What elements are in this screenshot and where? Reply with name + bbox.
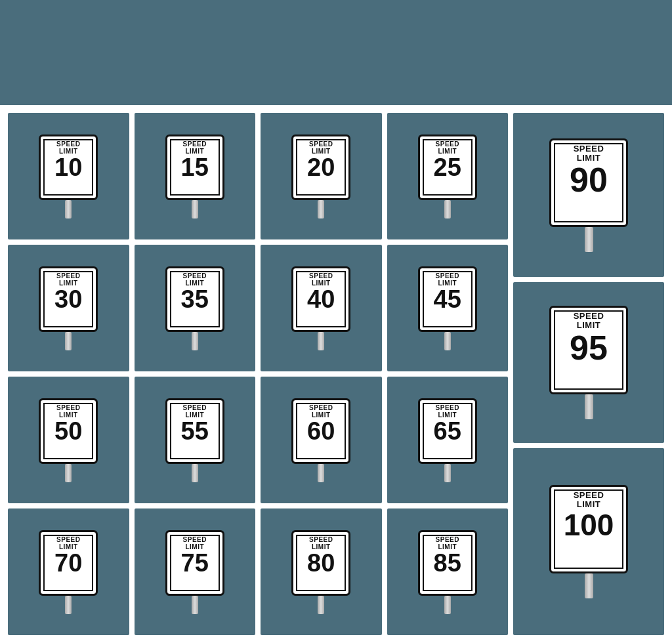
sign-post-75	[192, 596, 198, 614]
sign-label-80: SPEEDLIMIT	[309, 536, 333, 550]
sign-number-35: 35	[181, 287, 209, 312]
sign-label-95: SPEEDLIMIT	[574, 312, 604, 331]
sign-55: SPEEDLIMIT 55	[165, 398, 224, 464]
sign-cell-65: SPEEDLIMIT 65	[387, 377, 509, 503]
sign-post-45	[444, 332, 451, 350]
sign-post-65	[444, 464, 451, 482]
sign-cell-75: SPEEDLIMIT 75	[135, 508, 256, 635]
sign-post-35	[192, 332, 198, 350]
sign-wrapper-50: SPEEDLIMIT 50	[39, 398, 98, 482]
sign-label-45: SPEEDLIMIT	[436, 272, 459, 287]
sign-label-35: SPEEDLIMIT	[183, 272, 207, 287]
sign-label-70: SPEEDLIMIT	[56, 536, 80, 550]
sign-number-90: 90	[570, 163, 608, 197]
sign-post-20	[318, 200, 324, 218]
sign-number-60: 60	[307, 419, 335, 444]
sign-cell-45: SPEEDLIMIT 45	[387, 245, 509, 371]
sign-cell-80: SPEEDLIMIT 80	[261, 508, 382, 635]
sign-40: SPEEDLIMIT 40	[291, 266, 350, 332]
sign-post-60	[318, 464, 324, 482]
sign-cell-15: SPEEDLIMIT 15	[135, 113, 256, 239]
sign-cell-95: SPEEDLIMIT 95	[513, 282, 664, 443]
sign-wrapper-45: SPEEDLIMIT 45	[418, 266, 477, 350]
sign-cell-85: SPEEDLIMIT 85	[387, 508, 509, 635]
sign-post-70	[65, 596, 72, 614]
sign-70: SPEEDLIMIT 70	[39, 530, 98, 596]
sign-wrapper-70: SPEEDLIMIT 70	[39, 530, 98, 614]
sign-post-100	[585, 573, 593, 598]
sign-wrapper-95: SPEEDLIMIT 95	[549, 306, 628, 419]
sign-label-10: SPEEDLIMIT	[56, 140, 80, 155]
sign-number-65: 65	[434, 419, 461, 444]
sign-wrapper-55: SPEEDLIMIT 55	[165, 398, 224, 482]
main-area: SPEEDLIMIT 10 SPEEDLIMIT 15 SPEEDLIMIT 2…	[0, 105, 672, 643]
sign-wrapper-75: SPEEDLIMIT 75	[165, 530, 224, 614]
sign-number-15: 15	[181, 155, 209, 180]
sign-post-30	[65, 332, 72, 350]
sign-wrapper-40: SPEEDLIMIT 40	[291, 266, 350, 350]
sign-number-80: 80	[307, 550, 335, 575]
sign-label-90: SPEEDLIMIT	[574, 144, 604, 163]
sign-wrapper-20: SPEEDLIMIT 20	[291, 135, 350, 218]
sign-cell-55: SPEEDLIMIT 55	[135, 377, 256, 503]
sign-cell-30: SPEEDLIMIT 30	[8, 245, 129, 371]
sign-label-20: SPEEDLIMIT	[309, 140, 333, 155]
sign-wrapper-100: SPEEDLIMIT 100	[549, 485, 628, 598]
sign-75: SPEEDLIMIT 75	[165, 530, 224, 596]
sign-label-75: SPEEDLIMIT	[183, 536, 207, 550]
sign-wrapper-15: SPEEDLIMIT 15	[165, 135, 224, 218]
sign-number-100: 100	[564, 510, 614, 540]
sign-85: SPEEDLIMIT 85	[418, 530, 477, 596]
sign-cell-25: SPEEDLIMIT 25	[387, 113, 509, 239]
sign-post-50	[65, 464, 72, 482]
sign-label-50: SPEEDLIMIT	[56, 404, 80, 419]
sign-cell-90: SPEEDLIMIT 90	[513, 113, 664, 277]
sign-60: SPEEDLIMIT 60	[291, 398, 350, 464]
sign-label-40: SPEEDLIMIT	[309, 272, 333, 287]
sign-post-10	[65, 200, 72, 218]
sign-65: SPEEDLIMIT 65	[418, 398, 477, 464]
sign-label-100: SPEEDLIMIT	[574, 491, 604, 510]
sign-30: SPEEDLIMIT 30	[39, 266, 98, 332]
sign-number-25: 25	[434, 155, 461, 180]
sign-label-65: SPEEDLIMIT	[436, 404, 459, 419]
sign-cell-35: SPEEDLIMIT 35	[135, 245, 256, 371]
sign-wrapper-25: SPEEDLIMIT 25	[418, 135, 477, 218]
sign-number-85: 85	[434, 550, 461, 575]
sign-label-55: SPEEDLIMIT	[183, 404, 207, 419]
sign-number-20: 20	[307, 155, 335, 180]
sign-post-90	[585, 227, 593, 252]
sign-10: SPEEDLIMIT 10	[39, 135, 98, 200]
sign-15: SPEEDLIMIT 15	[165, 135, 224, 200]
sign-wrapper-65: SPEEDLIMIT 65	[418, 398, 477, 482]
sign-100: SPEEDLIMIT 100	[549, 485, 628, 573]
signs-grid-left: SPEEDLIMIT 10 SPEEDLIMIT 15 SPEEDLIMIT 2…	[8, 113, 508, 635]
sign-label-60: SPEEDLIMIT	[309, 404, 333, 419]
sign-post-15	[192, 200, 198, 218]
sign-20: SPEEDLIMIT 20	[291, 135, 350, 200]
sign-post-80	[318, 596, 324, 614]
sign-35: SPEEDLIMIT 35	[165, 266, 224, 332]
sign-wrapper-60: SPEEDLIMIT 60	[291, 398, 350, 482]
sign-95: SPEEDLIMIT 95	[549, 306, 628, 394]
sign-cell-100: SPEEDLIMIT 100	[513, 448, 664, 635]
sign-number-30: 30	[54, 287, 82, 312]
sign-wrapper-35: SPEEDLIMIT 35	[165, 266, 224, 350]
sign-45: SPEEDLIMIT 45	[418, 266, 477, 332]
sign-number-95: 95	[570, 331, 608, 365]
sign-number-45: 45	[434, 287, 461, 312]
sign-cell-10: SPEEDLIMIT 10	[8, 113, 129, 239]
sign-number-40: 40	[307, 287, 335, 312]
sign-wrapper-10: SPEEDLIMIT 10	[39, 135, 98, 218]
sign-number-10: 10	[54, 155, 82, 180]
header	[0, 0, 672, 105]
sign-post-25	[444, 200, 451, 218]
sign-cell-40: SPEEDLIMIT 40	[261, 245, 382, 371]
sign-label-85: SPEEDLIMIT	[436, 536, 459, 550]
sign-wrapper-85: SPEEDLIMIT 85	[418, 530, 477, 614]
sign-wrapper-80: SPEEDLIMIT 80	[291, 530, 350, 614]
sign-post-95	[585, 394, 593, 419]
sign-post-40	[318, 332, 324, 350]
sign-50: SPEEDLIMIT 50	[39, 398, 98, 464]
signs-grid-right: SPEEDLIMIT 90 SPEEDLIMIT 95 SPEEDLIMIT 1…	[513, 113, 664, 635]
